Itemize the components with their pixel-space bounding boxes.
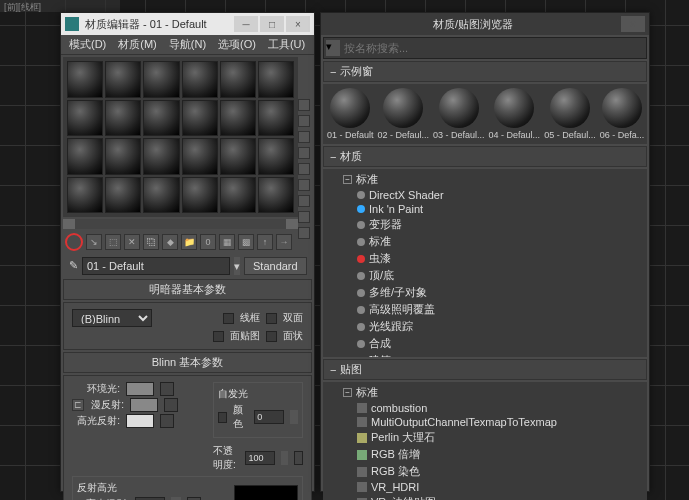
shader-dropdown[interactable]: (B)Blinn (72, 309, 152, 327)
map-item[interactable]: Perlin 大理石 (325, 429, 645, 446)
material-slot[interactable] (105, 61, 141, 98)
ambient-swatch[interactable] (126, 382, 154, 396)
map-item[interactable]: combustion (325, 401, 645, 415)
material-slot[interactable] (258, 177, 294, 214)
sample-item[interactable]: 05 - Defaul... (544, 88, 596, 140)
close-button[interactable]: × (286, 16, 310, 32)
material-slot[interactable] (258, 138, 294, 175)
map-item[interactable]: RGB 倍增 (325, 446, 645, 463)
material-slot[interactable] (143, 177, 179, 214)
lock-icon[interactable]: ⊏ (72, 399, 84, 411)
search-dropdown[interactable]: ▾ (326, 40, 340, 56)
specular-map-button[interactable] (160, 414, 174, 428)
material-slot[interactable] (258, 100, 294, 137)
opacity-spinner[interactable] (245, 451, 275, 465)
sample-item[interactable]: 06 - Defa... (600, 88, 645, 140)
put-to-lib-button[interactable]: 📁 (181, 234, 197, 250)
map-item[interactable]: MultiOutputChannelTexmapToTexmap (325, 415, 645, 429)
section-maps[interactable]: −贴图 (323, 359, 647, 380)
material-slot[interactable] (105, 100, 141, 137)
material-slot[interactable] (182, 177, 218, 214)
scroll-left-icon[interactable] (63, 219, 75, 229)
background-button[interactable] (298, 131, 310, 143)
menu-tools[interactable]: 工具(U) (268, 37, 305, 52)
matid-button[interactable]: 0 (200, 234, 216, 250)
material-name-dropdown[interactable]: ▾ (234, 257, 240, 275)
reset-button[interactable]: ✕ (124, 234, 140, 250)
browser-titlebar[interactable]: 材质/贴图浏览器 × (321, 13, 649, 35)
material-name-input[interactable] (82, 257, 230, 275)
menu-options[interactable]: 选项(O) (218, 37, 256, 52)
titlebar[interactable]: 材质编辑器 - 01 - Default ─ □ × (61, 13, 314, 35)
go-sibling-button[interactable]: → (276, 234, 292, 250)
maximize-button[interactable]: □ (260, 16, 284, 32)
specular-swatch[interactable] (126, 414, 154, 428)
spinner-buttons[interactable] (290, 410, 298, 424)
material-slot[interactable] (182, 61, 218, 98)
material-item[interactable]: 合成 (325, 335, 645, 352)
rollout-shader-basic[interactable]: 明暗器基本参数 (63, 279, 312, 300)
sample-item[interactable]: 04 - Defaul... (489, 88, 541, 140)
minimize-button[interactable]: ─ (234, 16, 258, 32)
map-item[interactable]: RGB 染色 (325, 463, 645, 480)
material-slot[interactable] (220, 61, 256, 98)
material-type-button[interactable]: Standard (244, 257, 307, 275)
menu-material[interactable]: 材质(M) (118, 37, 157, 52)
two-sided-checkbox[interactable] (266, 313, 277, 324)
selfillum-spinner[interactable] (254, 410, 284, 424)
wire-checkbox[interactable] (223, 313, 234, 324)
material-slot[interactable] (105, 177, 141, 214)
put-to-scene-button[interactable]: ↘ (86, 234, 102, 250)
map-item[interactable]: VR_法线贴图 (325, 494, 645, 500)
selfillum-color-checkbox[interactable] (218, 412, 227, 423)
section-materials[interactable]: −材质 (323, 146, 647, 167)
menu-mode[interactable]: 模式(D) (69, 37, 106, 52)
preview-button[interactable] (298, 179, 310, 191)
material-slot[interactable] (220, 138, 256, 175)
rollout-blinn[interactable]: Blinn 基本参数 (63, 352, 312, 373)
scroll-track[interactable] (75, 219, 286, 229)
ambient-map-button[interactable] (160, 382, 174, 396)
scroll-right-icon[interactable] (286, 219, 298, 229)
section-samples[interactable]: −示例窗 (323, 61, 647, 82)
select-by-mat-button[interactable] (298, 211, 310, 223)
go-parent-button[interactable]: ↑ (257, 234, 273, 250)
material-slot[interactable] (182, 100, 218, 137)
material-slot[interactable] (105, 138, 141, 175)
show-end-button[interactable]: ▩ (238, 234, 254, 250)
material-slot[interactable] (143, 138, 179, 175)
map-item[interactable]: VR_HDRI (325, 480, 645, 494)
material-slot[interactable] (67, 61, 103, 98)
matlib-button[interactable] (298, 227, 310, 239)
opacity-map-button[interactable] (294, 451, 303, 465)
sample-item[interactable]: 01 - Default (327, 88, 374, 140)
browser-close-button[interactable]: × (621, 16, 645, 32)
assign-button[interactable]: ⬚ (105, 234, 121, 250)
video-check-button[interactable] (298, 163, 310, 175)
material-item[interactable]: 虫漆 (325, 250, 645, 267)
material-slot[interactable] (258, 61, 294, 98)
material-item[interactable]: 高级照明覆盖 (325, 301, 645, 318)
search-input[interactable] (340, 40, 644, 56)
material-slot[interactable] (143, 61, 179, 98)
diffuse-map-button[interactable] (164, 398, 178, 412)
copy-button[interactable]: ⿻ (143, 234, 159, 250)
sample-item[interactable]: 03 - Defaul... (433, 88, 485, 140)
material-item[interactable]: 顶/底 (325, 267, 645, 284)
material-item[interactable]: DirectX Shader (325, 188, 645, 202)
backlight-button[interactable] (298, 115, 310, 127)
horizontal-scrollbar[interactable] (63, 219, 298, 229)
sample-type-button[interactable] (298, 99, 310, 111)
material-slot[interactable] (220, 177, 256, 214)
material-slot[interactable] (67, 100, 103, 137)
material-item[interactable]: 变形器 (325, 216, 645, 233)
material-item[interactable]: Ink 'n Paint (325, 202, 645, 216)
facemap-checkbox[interactable] (213, 331, 224, 342)
material-slot[interactable] (220, 100, 256, 137)
diffuse-swatch[interactable] (130, 398, 158, 412)
sample-item[interactable]: 02 - Defaul... (378, 88, 430, 140)
material-item[interactable]: 标准 (325, 233, 645, 250)
material-item[interactable]: 光线跟踪 (325, 318, 645, 335)
spinner-buttons[interactable] (281, 451, 287, 465)
options-button[interactable] (298, 195, 310, 207)
